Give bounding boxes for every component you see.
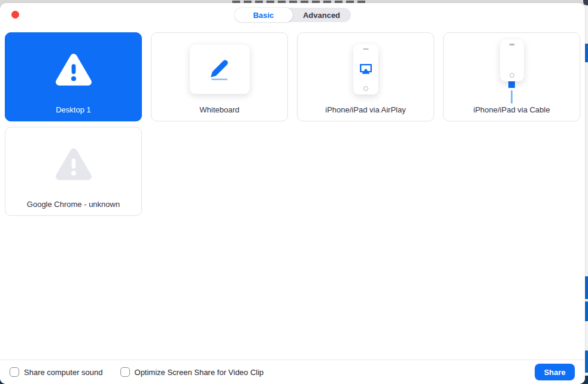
tile-desktop-1[interactable]: Desktop 1 xyxy=(5,32,142,121)
share-computer-sound-checkbox-group[interactable]: Share computer sound xyxy=(10,367,103,377)
share-computer-sound-checkbox[interactable] xyxy=(10,367,19,377)
tile-label: Whiteboard xyxy=(151,105,287,121)
cable-stack xyxy=(500,39,524,103)
tile-label: iPhone/iPad via AirPlay xyxy=(298,105,434,121)
tile-iphone-airplay[interactable]: iPhone/iPad via AirPlay xyxy=(297,32,434,121)
screen: Basic Advanced Desktop 1 xyxy=(0,0,588,384)
tile-label: iPhone/iPad via Cable xyxy=(444,105,580,121)
airplay-icon xyxy=(359,63,373,74)
checkbox-label: Optimize Screen Share for Video Clip xyxy=(135,368,264,377)
warning-triangle-icon xyxy=(5,127,141,200)
tile-label: Desktop 1 xyxy=(5,105,141,121)
phone-speaker xyxy=(509,44,514,45)
phone-shape xyxy=(353,44,378,95)
phone-home-button xyxy=(363,86,368,91)
phone-home-button xyxy=(510,73,514,78)
basic-advanced-segmented-control: Basic Advanced xyxy=(235,8,351,22)
cable-phone-icon xyxy=(444,33,580,105)
cable-wire-icon xyxy=(511,90,513,103)
checkbox-label: Share computer sound xyxy=(24,368,103,377)
share-source-grid: Desktop 1 Whiteboard xyxy=(0,32,585,216)
whiteboard-card xyxy=(151,33,287,105)
optimize-video-clip-checkbox-group[interactable]: Optimize Screen Share for Video Clip xyxy=(120,367,264,377)
tile-whiteboard[interactable]: Whiteboard xyxy=(151,32,288,121)
close-button[interactable] xyxy=(11,11,19,19)
phone-speaker xyxy=(363,48,368,50)
tab-advanced[interactable]: Advanced xyxy=(293,8,351,22)
dialog-footer: Share computer sound Optimize Screen Sha… xyxy=(0,359,585,384)
share-button[interactable]: Share xyxy=(535,364,575,380)
tab-basic[interactable]: Basic xyxy=(235,8,293,22)
share-dialog-window: Basic Advanced Desktop 1 xyxy=(0,3,585,384)
phone-shape xyxy=(500,39,524,81)
airplay-phone-icon xyxy=(298,33,434,105)
pen-icon xyxy=(190,45,250,94)
optimize-video-clip-checkbox[interactable] xyxy=(120,367,130,377)
tile-google-chrome-unknown[interactable]: Google Chrome - unknown xyxy=(5,127,142,216)
dialog-titlebar: Basic Advanced xyxy=(0,3,585,32)
tile-label: Google Chrome - unknown xyxy=(5,200,141,215)
warning-triangle-icon xyxy=(5,33,141,105)
tile-iphone-cable[interactable]: iPhone/iPad via Cable xyxy=(443,32,580,121)
